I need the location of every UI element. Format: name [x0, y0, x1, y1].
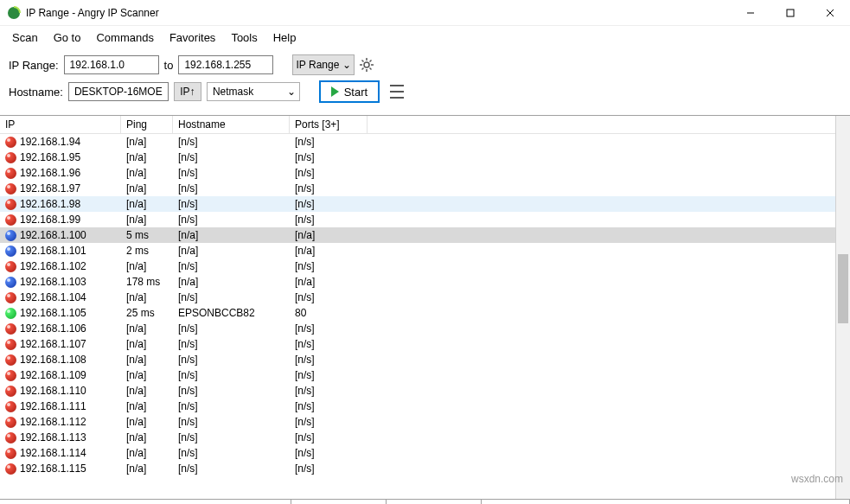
table-row[interactable]: 192.168.1.110[n/a][n/s][n/s]	[0, 383, 835, 399]
cell-hostname: [n/s]	[173, 354, 290, 366]
header-hostname[interactable]: Hostname	[173, 116, 290, 133]
table-row[interactable]: 192.168.1.98[n/a][n/s][n/s]	[0, 196, 835, 212]
table-row[interactable]: 192.168.1.108[n/a][n/s][n/s]	[0, 352, 835, 367]
cell-ping: [n/a]	[121, 463, 173, 475]
cell-ports: [n/a]	[290, 276, 367, 288]
maximize-button[interactable]	[770, 0, 810, 25]
menu-help[interactable]: Help	[266, 28, 304, 48]
cell-ports: [n/s]	[290, 322, 367, 335]
hostname-input[interactable]	[68, 82, 169, 101]
cell-ports: [n/s]	[290, 291, 367, 303]
ip-to-input[interactable]	[178, 55, 273, 74]
ip-from-input[interactable]	[64, 55, 159, 74]
cell-ports: [n/s]	[290, 463, 367, 475]
table-row[interactable]: 192.168.1.104[n/a][n/s][n/s]	[0, 290, 835, 305]
cell-hostname: [n/s]	[173, 322, 290, 335]
menu-favorites[interactable]: Favorites	[163, 28, 222, 48]
menu-tools[interactable]: Tools	[224, 28, 264, 48]
vertical-scrollbar[interactable]	[835, 116, 850, 499]
cell-hostname: [n/s]	[173, 463, 290, 475]
results-table[interactable]: IP Ping Hostname Ports [3+] 192.168.1.94…	[0, 116, 835, 499]
scrollbar-thumb[interactable]	[838, 254, 848, 323]
app-icon	[7, 6, 21, 20]
menu-goto[interactable]: Go to	[47, 28, 88, 48]
menu-scan[interactable]: Scan	[5, 28, 45, 48]
status-orb-icon	[5, 199, 16, 210]
table-row[interactable]: 192.168.1.10525 msEPSONBCCB8280	[0, 305, 835, 321]
svg-line-13	[370, 61, 372, 62]
table-row[interactable]: 192.168.1.94[n/a][n/s][n/s]	[0, 134, 835, 150]
table-row[interactable]: 192.168.1.114[n/a][n/s][n/s]	[0, 445, 835, 461]
cell-ports: [n/a]	[290, 229, 367, 241]
table-row[interactable]: 192.168.1.103178 ms[n/a][n/a]	[0, 274, 835, 290]
header-ping[interactable]: Ping	[121, 116, 173, 133]
cell-hostname: [n/s]	[173, 291, 290, 303]
svg-line-10	[362, 61, 364, 62]
cell-hostname: [n/s]	[173, 198, 290, 210]
table-row[interactable]: 192.168.1.102[n/a][n/s][n/s]	[0, 258, 835, 274]
cell-ping: [n/a]	[121, 431, 173, 443]
cell-ping: 25 ms	[121, 307, 173, 319]
close-button[interactable]	[810, 0, 850, 25]
cell-ports: [n/s]	[290, 385, 367, 397]
header-ip[interactable]: IP	[0, 116, 121, 133]
cell-ip: 192.168.1.109	[20, 369, 86, 381]
table-row[interactable]: 192.168.1.1012 ms[n/a][n/a]	[0, 243, 835, 258]
status-orb-icon	[5, 463, 16, 475]
cell-ports: [n/s]	[290, 182, 367, 195]
cell-hostname: [n/s]	[173, 214, 290, 226]
cell-ip: 192.168.1.104	[20, 291, 86, 303]
table-row[interactable]: 192.168.1.106[n/a][n/s][n/s]	[0, 321, 835, 336]
status-orb-icon	[5, 246, 16, 257]
cell-ports: [n/s]	[290, 416, 367, 428]
table-row[interactable]: 192.168.1.112[n/a][n/s][n/s]	[0, 414, 835, 430]
cell-ip: 192.168.1.114	[20, 447, 86, 459]
status-empty	[482, 500, 850, 504]
status-orb-icon	[5, 308, 16, 319]
start-button-label: Start	[344, 86, 367, 99]
table-row[interactable]: 192.168.1.96[n/a][n/s][n/s]	[0, 165, 835, 181]
table-row[interactable]: 192.168.1.109[n/a][n/s][n/s]	[0, 367, 835, 383]
table-row[interactable]: 192.168.1.115[n/a][n/s][n/s]	[0, 461, 835, 476]
table-row[interactable]: 192.168.1.97[n/a][n/s][n/s]	[0, 181, 835, 196]
cell-ports: 80	[290, 307, 367, 319]
status-threads: Threads: 0	[387, 500, 482, 504]
cell-ports: [n/s]	[290, 136, 367, 148]
cell-ports: [n/s]	[290, 338, 367, 350]
toolbar: IP Range: to IP Range ⌄ Hostname: IP↑ Ne…	[0, 49, 850, 115]
settings-gear-icon[interactable]	[360, 58, 374, 72]
table-row[interactable]: 192.168.1.95[n/a][n/s][n/s]	[0, 150, 835, 165]
table-row[interactable]: 192.168.1.107[n/a][n/s][n/s]	[0, 336, 835, 352]
cell-ip: 192.168.1.100	[20, 229, 86, 241]
menu-bar: Scan Go to Commands Favorites Tools Help	[0, 26, 850, 49]
start-button[interactable]: Start	[319, 80, 380, 103]
cell-ip: 192.168.1.110	[20, 385, 86, 397]
table-row[interactable]: 192.168.1.111[n/a][n/s][n/s]	[0, 399, 835, 414]
header-ports[interactable]: Ports [3+]	[290, 116, 367, 133]
netmask-select[interactable]: Netmask ⌄	[207, 82, 300, 101]
cell-ping: [n/a]	[121, 447, 173, 459]
ip-up-button[interactable]: IP↑	[174, 82, 201, 101]
cell-hostname: [n/s]	[173, 338, 290, 350]
table-row[interactable]: 192.168.1.99[n/a][n/s][n/s]	[0, 212, 835, 227]
cell-ip: 192.168.1.115	[20, 463, 86, 475]
ip-range-dropdown[interactable]: IP Range ⌄	[292, 54, 355, 75]
cell-hostname: [n/s]	[173, 182, 290, 195]
cell-ping: [n/a]	[121, 182, 173, 195]
cell-ports: [n/s]	[290, 431, 367, 443]
status-bar: Ready Display: All Threads: 0	[0, 499, 850, 504]
table-row[interactable]: 192.168.1.113[n/a][n/s][n/s]	[0, 430, 835, 445]
table-row[interactable]: 192.168.1.1005 ms[n/a][n/a]	[0, 227, 835, 243]
results-header: IP Ping Hostname Ports [3+]	[0, 116, 835, 134]
menu-commands[interactable]: Commands	[89, 28, 160, 48]
status-orb-icon	[5, 261, 16, 272]
status-orb-icon	[5, 137, 16, 148]
to-label: to	[164, 59, 174, 72]
minimize-button[interactable]	[731, 0, 770, 25]
status-orb-icon	[5, 401, 16, 412]
cell-ports: [n/s]	[290, 369, 367, 381]
status-orb-icon	[5, 168, 16, 179]
cell-ports: [n/s]	[290, 198, 367, 210]
cell-ping: [n/a]	[121, 198, 173, 210]
list-menu-icon[interactable]	[390, 85, 404, 99]
